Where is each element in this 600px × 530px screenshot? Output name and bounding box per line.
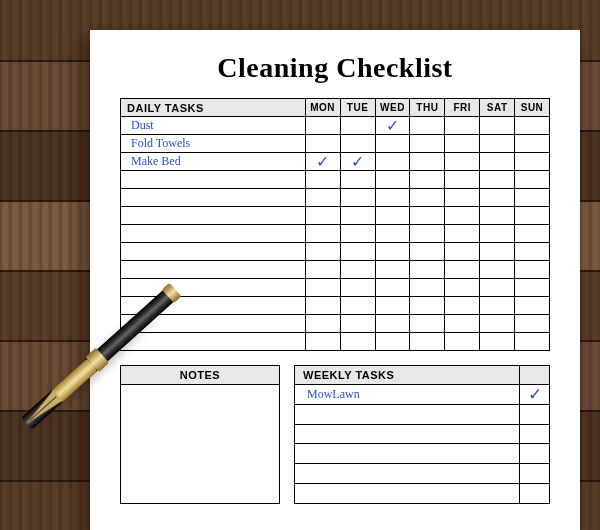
daily-task-cell[interactable] — [121, 243, 306, 261]
daily-check-cell[interactable] — [480, 315, 515, 333]
daily-check-cell[interactable] — [305, 243, 340, 261]
daily-check-cell[interactable] — [410, 171, 445, 189]
weekly-check-cell[interactable] — [520, 424, 550, 444]
daily-task-cell[interactable] — [121, 189, 306, 207]
daily-check-cell[interactable] — [340, 243, 375, 261]
daily-check-cell[interactable] — [340, 225, 375, 243]
weekly-task-cell[interactable] — [295, 464, 520, 484]
notes-body[interactable] — [121, 385, 279, 503]
daily-check-cell[interactable] — [375, 333, 410, 351]
daily-check-cell[interactable] — [410, 189, 445, 207]
weekly-task-cell[interactable] — [295, 444, 520, 464]
daily-check-cell[interactable] — [515, 189, 550, 207]
daily-task-cell[interactable] — [121, 207, 306, 225]
daily-check-cell[interactable]: ✓ — [340, 153, 375, 171]
daily-check-cell[interactable] — [480, 261, 515, 279]
daily-check-cell[interactable] — [375, 279, 410, 297]
daily-check-cell[interactable] — [340, 297, 375, 315]
daily-check-cell[interactable] — [410, 315, 445, 333]
daily-check-cell[interactable] — [340, 261, 375, 279]
daily-check-cell[interactable] — [305, 333, 340, 351]
daily-check-cell[interactable] — [445, 297, 480, 315]
daily-check-cell[interactable] — [410, 225, 445, 243]
daily-task-cell[interactable] — [121, 315, 306, 333]
daily-check-cell[interactable] — [480, 189, 515, 207]
daily-task-cell[interactable] — [121, 333, 306, 351]
daily-check-cell[interactable] — [480, 207, 515, 225]
daily-check-cell[interactable] — [305, 297, 340, 315]
daily-task-cell[interactable]: Make Bed — [121, 153, 306, 171]
daily-check-cell[interactable] — [445, 117, 480, 135]
daily-check-cell[interactable] — [480, 153, 515, 171]
daily-task-cell[interactable] — [121, 279, 306, 297]
weekly-check-cell[interactable] — [520, 404, 550, 424]
daily-check-cell[interactable] — [480, 225, 515, 243]
daily-task-cell[interactable] — [121, 261, 306, 279]
daily-check-cell[interactable] — [375, 171, 410, 189]
daily-check-cell[interactable] — [305, 189, 340, 207]
daily-task-cell[interactable]: Dust — [121, 117, 306, 135]
daily-check-cell[interactable] — [340, 189, 375, 207]
daily-check-cell[interactable] — [305, 171, 340, 189]
weekly-task-cell[interactable] — [295, 484, 520, 504]
daily-check-cell[interactable] — [305, 279, 340, 297]
daily-check-cell[interactable] — [480, 333, 515, 351]
daily-check-cell[interactable] — [445, 189, 480, 207]
daily-check-cell[interactable] — [480, 279, 515, 297]
daily-check-cell[interactable] — [445, 279, 480, 297]
daily-check-cell[interactable] — [515, 333, 550, 351]
daily-check-cell[interactable] — [340, 279, 375, 297]
daily-check-cell[interactable] — [480, 243, 515, 261]
daily-check-cell[interactable] — [410, 207, 445, 225]
daily-task-cell[interactable] — [121, 171, 306, 189]
daily-check-cell[interactable] — [515, 207, 550, 225]
weekly-check-cell[interactable] — [520, 484, 550, 504]
daily-check-cell[interactable] — [410, 261, 445, 279]
weekly-task-cell[interactable] — [295, 404, 520, 424]
daily-check-cell[interactable] — [340, 135, 375, 153]
daily-check-cell[interactable] — [515, 297, 550, 315]
daily-check-cell[interactable] — [445, 225, 480, 243]
daily-check-cell[interactable] — [410, 117, 445, 135]
daily-check-cell[interactable] — [305, 261, 340, 279]
daily-check-cell[interactable] — [375, 261, 410, 279]
daily-check-cell[interactable] — [445, 153, 480, 171]
weekly-task-cell[interactable]: MowLawn — [295, 385, 520, 405]
daily-check-cell[interactable] — [305, 207, 340, 225]
daily-check-cell[interactable] — [375, 243, 410, 261]
daily-check-cell[interactable] — [410, 153, 445, 171]
daily-check-cell[interactable] — [305, 315, 340, 333]
daily-check-cell[interactable] — [515, 279, 550, 297]
daily-check-cell[interactable] — [410, 279, 445, 297]
weekly-task-cell[interactable] — [295, 424, 520, 444]
weekly-check-cell[interactable] — [520, 444, 550, 464]
daily-check-cell[interactable] — [340, 315, 375, 333]
daily-check-cell[interactable] — [410, 243, 445, 261]
daily-check-cell[interactable] — [515, 261, 550, 279]
daily-check-cell[interactable]: ✓ — [305, 153, 340, 171]
daily-check-cell[interactable] — [305, 135, 340, 153]
weekly-check-cell[interactable]: ✓ — [520, 385, 550, 405]
daily-check-cell[interactable] — [480, 135, 515, 153]
daily-check-cell[interactable] — [480, 171, 515, 189]
daily-task-cell[interactable]: Fold Towels — [121, 135, 306, 153]
daily-check-cell[interactable] — [340, 117, 375, 135]
daily-check-cell[interactable] — [375, 189, 410, 207]
daily-check-cell[interactable] — [515, 171, 550, 189]
daily-task-cell[interactable] — [121, 297, 306, 315]
daily-check-cell[interactable] — [515, 315, 550, 333]
daily-check-cell[interactable] — [305, 117, 340, 135]
daily-check-cell[interactable] — [340, 333, 375, 351]
daily-check-cell[interactable] — [375, 225, 410, 243]
daily-check-cell[interactable] — [480, 297, 515, 315]
daily-check-cell[interactable] — [515, 117, 550, 135]
daily-check-cell[interactable] — [445, 243, 480, 261]
daily-check-cell[interactable] — [375, 297, 410, 315]
daily-check-cell[interactable] — [305, 225, 340, 243]
daily-check-cell[interactable] — [515, 135, 550, 153]
daily-check-cell[interactable] — [340, 207, 375, 225]
daily-check-cell[interactable] — [410, 135, 445, 153]
daily-check-cell[interactable]: ✓ — [375, 117, 410, 135]
daily-check-cell[interactable] — [375, 315, 410, 333]
notes-box[interactable]: NOTES — [120, 365, 280, 504]
